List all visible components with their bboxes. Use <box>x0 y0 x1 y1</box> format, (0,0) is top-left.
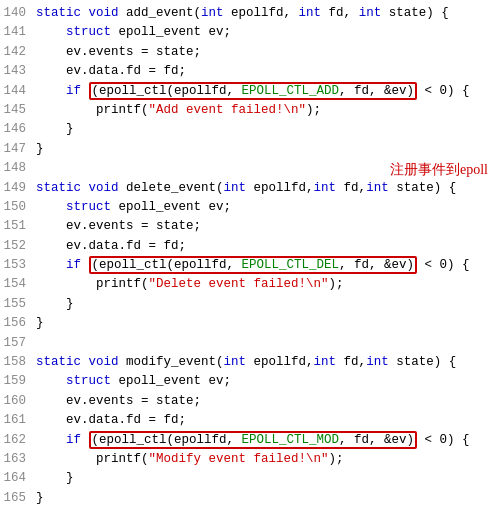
line-row: 163 printf("Modify event failed!\n"); <box>0 450 500 469</box>
line-number: 150 <box>0 198 36 217</box>
code-token: ); <box>329 277 344 291</box>
line-row: 140static void add_event(int epollfd, in… <box>0 4 500 23</box>
highlight-box-start: (epoll_ctl(epollfd, EPOLL_CTL_MOD, fd, &… <box>89 431 418 449</box>
code-token: EPOLL_CTL_MOD <box>242 433 340 447</box>
line-code: if (epoll_ctl(epollfd, EPOLL_CTL_ADD, fd… <box>36 82 470 101</box>
line-row: 142 ev.events = state; <box>0 43 500 62</box>
code-token: ev.data.fd = fd; <box>36 413 186 427</box>
line-number: 157 <box>0 334 36 353</box>
code-token: } <box>36 491 44 505</box>
line-code: struct epoll_event ev; <box>36 372 231 391</box>
code-token: epoll_event ev; <box>119 374 232 388</box>
line-code: if (epoll_ctl(epollfd, EPOLL_CTL_MOD, fd… <box>36 431 470 450</box>
code-token: epoll_event ev; <box>119 25 232 39</box>
code-token: ev.events = state; <box>36 394 201 408</box>
code-token: modify_event <box>126 355 216 369</box>
line-code: ev.data.fd = fd; <box>36 237 186 256</box>
line-number: 142 <box>0 43 36 62</box>
line-number: 144 <box>0 82 36 101</box>
code-token: fd, <box>336 355 366 369</box>
code-token: int <box>366 181 389 195</box>
line-code: printf("Modify event failed!\n"); <box>36 450 344 469</box>
line-number: 164 <box>0 469 36 488</box>
code-token: int <box>314 355 337 369</box>
code-token: add_event <box>126 6 194 20</box>
code-token: printf <box>96 103 141 117</box>
line-number: 161 <box>0 411 36 430</box>
code-token: void <box>89 181 127 195</box>
code-token: ( <box>194 6 202 20</box>
line-row: 158static void modify_event(int epollfd,… <box>0 353 500 372</box>
line-number: 153 <box>0 256 36 275</box>
line-code: struct epoll_event ev; <box>36 198 231 217</box>
code-token: int <box>224 181 247 195</box>
code-token: < 0) { <box>417 258 470 272</box>
line-row: 150 struct epoll_event ev; <box>0 198 500 217</box>
code-token: , fd, &ev) <box>339 84 414 98</box>
code-token: if <box>66 84 89 98</box>
highlight-box-start: (epoll_ctl(epollfd, EPOLL_CTL_ADD, fd, &… <box>89 82 418 100</box>
line-row: 155 } <box>0 295 500 314</box>
line-number: 143 <box>0 62 36 81</box>
code-token: (epoll_ctl(epollfd, <box>92 84 242 98</box>
line-row: 148注册事件到epoll <box>0 159 500 178</box>
code-token <box>36 433 66 447</box>
line-code: ev.events = state; <box>36 217 201 236</box>
line-code: } <box>36 469 74 488</box>
line-code: } <box>36 120 74 139</box>
line-number: 163 <box>0 450 36 469</box>
code-token: } <box>36 316 44 330</box>
line-row: 162 if (epoll_ctl(epollfd, EPOLL_CTL_MOD… <box>0 431 500 450</box>
code-token: int <box>224 355 247 369</box>
line-row: 159 struct epoll_event ev; <box>0 372 500 391</box>
line-row: 147} <box>0 140 500 159</box>
line-row: 160 ev.events = state; <box>0 392 500 411</box>
code-token: ); <box>306 103 321 117</box>
line-row: 145 printf("Add event failed!\n"); <box>0 101 500 120</box>
code-token: epollfd, <box>246 181 314 195</box>
code-token <box>36 25 66 39</box>
code-token: static <box>36 355 89 369</box>
line-code: ev.data.fd = fd; <box>36 411 186 430</box>
code-token: int <box>359 6 382 20</box>
code-token: "Delete event failed!\n" <box>149 277 329 291</box>
line-row: 149static void delete_event(int epollfd,… <box>0 179 500 198</box>
code-token: if <box>66 433 89 447</box>
code-token <box>36 84 66 98</box>
code-token: ( <box>216 181 224 195</box>
code-token: } <box>36 142 44 156</box>
line-code: } <box>36 295 74 314</box>
code-token: int <box>201 6 224 20</box>
code-editor: 140static void add_event(int epollfd, in… <box>0 0 500 512</box>
line-number: 145 <box>0 101 36 120</box>
line-number: 147 <box>0 140 36 159</box>
line-code: printf("Delete event failed!\n"); <box>36 275 344 294</box>
code-token: } <box>36 122 74 136</box>
code-token: } <box>36 297 74 311</box>
line-code: static void delete_event(int epollfd,int… <box>36 179 456 198</box>
highlight-box-start: (epoll_ctl(epollfd, EPOLL_CTL_DEL, fd, &… <box>89 256 418 274</box>
line-number: 152 <box>0 237 36 256</box>
code-token: if <box>66 258 89 272</box>
line-code: static void add_event(int epollfd, int f… <box>36 4 449 23</box>
line-row: 146 } <box>0 120 500 139</box>
code-token: static <box>36 6 89 20</box>
code-token: < 0) { <box>417 433 470 447</box>
code-token: (epoll_ctl(epollfd, <box>92 258 242 272</box>
code-token: ( <box>216 355 224 369</box>
code-token <box>36 258 66 272</box>
code-token: "Add event failed!\n" <box>149 103 307 117</box>
code-token: ev.events = state; <box>36 219 201 233</box>
line-number: 159 <box>0 372 36 391</box>
code-token: fd, <box>336 181 366 195</box>
line-number: 158 <box>0 353 36 372</box>
code-token: state) { <box>389 355 457 369</box>
code-token <box>36 452 96 466</box>
line-row: 156} <box>0 314 500 333</box>
line-number: 156 <box>0 314 36 333</box>
code-token: epollfd, <box>246 355 314 369</box>
code-token: void <box>89 355 127 369</box>
code-token: ); <box>329 452 344 466</box>
line-row: 151 ev.events = state; <box>0 217 500 236</box>
line-code: static void modify_event(int epollfd,int… <box>36 353 456 372</box>
